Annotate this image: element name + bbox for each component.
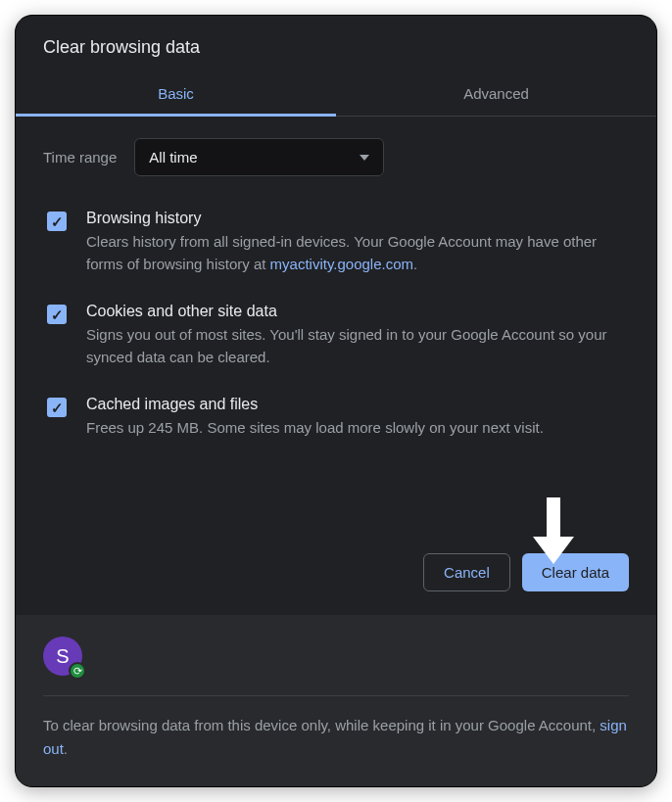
check-icon: ✓ [51, 214, 64, 229]
checkbox-browsing-history[interactable]: ✓ [47, 212, 67, 231]
option-desc: Signs you out of most sites. You'll stay… [86, 324, 625, 368]
time-range-label: Time range [43, 149, 117, 165]
option-desc: Clears history from all signed-in device… [86, 231, 625, 275]
option-cookies: ✓ Cookies and other site data Signs you … [43, 289, 629, 382]
myactivity-link[interactable]: myactivity.google.com [270, 256, 413, 272]
option-desc: Frees up 245 MB. Some sites may load mor… [86, 417, 625, 440]
time-range-value: All time [149, 149, 197, 165]
avatar-row: S ⟳ [43, 637, 629, 676]
dialog-footer: S ⟳ To clear browsing data from this dev… [16, 615, 656, 786]
checkbox-cookies[interactable]: ✓ [47, 305, 67, 324]
tab-advanced[interactable]: Advanced [336, 71, 656, 116]
clear-data-button[interactable]: Clear data [522, 553, 629, 591]
check-icon: ✓ [51, 401, 64, 415]
checkbox-cached[interactable]: ✓ [47, 398, 67, 417]
dialog-buttons: Cancel Clear data [16, 526, 656, 615]
options-list: ✓ Browsing history Clears history from a… [16, 186, 656, 453]
dialog-title: Clear browsing data [16, 16, 656, 71]
option-title: Cached images and files [86, 396, 625, 413]
check-icon: ✓ [51, 307, 64, 322]
tab-basic[interactable]: Basic [16, 71, 336, 116]
footer-text: To clear browsing data from this device … [43, 714, 629, 761]
sync-badge-icon: ⟳ [69, 662, 86, 680]
time-range-select[interactable]: All time [134, 138, 384, 176]
time-range-row: Time range All time [16, 117, 656, 186]
avatar[interactable]: S ⟳ [43, 637, 82, 676]
cancel-button[interactable]: Cancel [423, 553, 510, 591]
divider [43, 695, 629, 696]
option-cached: ✓ Cached images and files Frees up 245 M… [43, 382, 629, 453]
option-title: Browsing history [86, 210, 625, 227]
option-browsing-history: ✓ Browsing history Clears history from a… [43, 196, 629, 289]
option-title: Cookies and other site data [86, 303, 625, 320]
clear-browsing-data-dialog: Clear browsing data Basic Advanced Time … [15, 15, 657, 787]
chevron-down-icon [360, 155, 369, 161]
tabs: Basic Advanced [16, 71, 656, 117]
avatar-letter: S [56, 645, 69, 668]
